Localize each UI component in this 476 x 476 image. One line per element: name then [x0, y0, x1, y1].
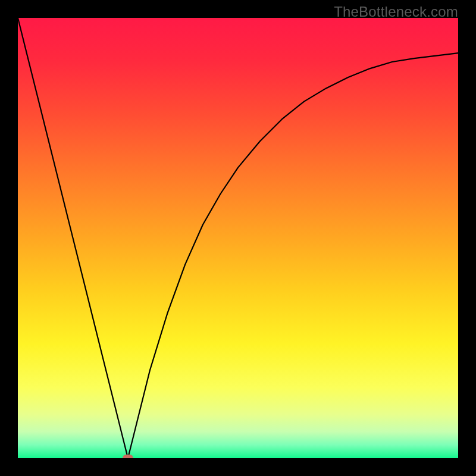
chart-frame: TheBottleneck.com [0, 0, 476, 476]
plot-area [18, 18, 458, 458]
bottleneck-curve [18, 18, 458, 458]
minimum-marker [123, 455, 133, 458]
